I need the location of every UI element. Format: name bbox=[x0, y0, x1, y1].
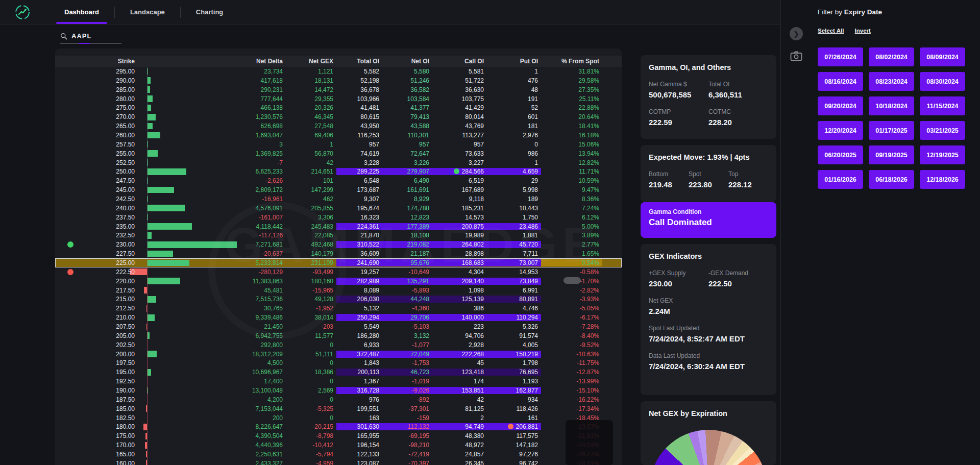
expiry-date-button[interactable]: 08/30/2024 bbox=[920, 72, 965, 91]
table-row[interactable]: 175.004,390,504-8,798165,955-69,19548,38… bbox=[55, 431, 622, 440]
table-row[interactable]: 252.50-7423,2283,2263,227112.82% bbox=[55, 158, 622, 167]
cell-total-oi: 1,367 bbox=[336, 378, 382, 385]
cell-net-delta: 777,644 bbox=[232, 95, 286, 103]
table-row[interactable]: 295.0023,7341,1215,5825,5805,581131.81% bbox=[55, 67, 622, 76]
column-header-strike[interactable]: Strike bbox=[61, 58, 138, 65]
expiry-date-button[interactable]: 08/02/2024 bbox=[869, 47, 914, 66]
column-header-net-gex[interactable]: Net GEX bbox=[286, 58, 336, 65]
expiry-date-button[interactable]: 08/09/2024 bbox=[920, 47, 965, 66]
cell-strike: 187.50 bbox=[61, 396, 138, 403]
table-row[interactable]: 210.009,339,48638,014250,29429,706140,00… bbox=[55, 313, 622, 322]
table-row[interactable]: 195.0010,696,96718,386200,11346,723123,4… bbox=[55, 368, 622, 377]
table-row[interactable]: 227.50-20,637140,17936,60921,18728,8987,… bbox=[55, 249, 622, 258]
expiry-date-button[interactable]: 01/16/2026 bbox=[818, 170, 863, 189]
app-logo-icon[interactable] bbox=[14, 4, 31, 20]
expiry-date-button[interactable]: 10/18/2024 bbox=[869, 96, 914, 115]
cell-net-delta: 3 bbox=[232, 141, 286, 148]
cell-net-delta: 7,153,044 bbox=[232, 405, 286, 412]
zero-baseline bbox=[147, 286, 148, 295]
table-row[interactable]: 222.50-280,129-93,49919,257-10,6494,3041… bbox=[55, 267, 622, 277]
table-row[interactable]: 280.00777,64429,355103,966103,584103,775… bbox=[55, 94, 622, 104]
table-row[interactable]: 247.50-2,6261016,5486,4906,5192910.59% bbox=[55, 176, 622, 185]
column-header--from-spot[interactable]: % From Spot bbox=[541, 58, 602, 65]
table-row[interactable]: 255.001,369,82556,87074,61972,64773,6339… bbox=[55, 149, 622, 158]
tab-dashboard[interactable]: Dashboard bbox=[49, 0, 114, 24]
expiry-date-button[interactable]: 11/15/2024 bbox=[920, 96, 965, 115]
table-row[interactable]: 257.5031957957957015.06% bbox=[55, 140, 622, 149]
table-row[interactable]: 290.00417,61818,13152,19851,24651,722476… bbox=[55, 76, 622, 85]
table-row[interactable]: 237.50-161,0073,30616,32312,82314,5731,7… bbox=[55, 213, 622, 222]
table-row[interactable]: 230.007,271,681492,468310,522219,082264,… bbox=[55, 240, 622, 249]
cell-total-oi: 36,678 bbox=[336, 86, 382, 93]
column-header-call-oi[interactable]: Call OI bbox=[432, 58, 487, 65]
table-row[interactable]: 215.007,515,73649,128206,03044,248125,13… bbox=[55, 295, 622, 304]
expiry-date-button[interactable]: 06/20/2025 bbox=[818, 145, 863, 164]
expiry-date-button[interactable]: 01/17/2025 bbox=[869, 121, 914, 140]
expiry-date-button[interactable]: 09/20/2024 bbox=[818, 96, 863, 115]
table-row[interactable]: 182.502000163-1592161-18.45% bbox=[55, 413, 622, 423]
cell-total-oi: 196,154 bbox=[336, 442, 382, 449]
table-row[interactable]: 170.004,440,396-10,412196,154-98,21048,9… bbox=[55, 440, 622, 450]
invert-link[interactable]: Invert bbox=[855, 28, 871, 34]
gex-indicator-label: Spot Last Updated bbox=[649, 325, 768, 332]
expiry-date-button[interactable]: 06/18/2026 bbox=[869, 170, 914, 189]
table-row[interactable]: 250.006,625,233214,651289,225279,907284,… bbox=[55, 167, 622, 176]
table-row[interactable]: 190.0013,100,0482,569316,728-9,026153,85… bbox=[55, 386, 622, 395]
column-header-total-oi[interactable]: Total OI bbox=[336, 58, 382, 65]
tab-charting[interactable]: Charting bbox=[181, 0, 238, 24]
expected-move-value: 219.48 bbox=[649, 180, 689, 189]
ticker-search[interactable]: AAPL bbox=[60, 29, 121, 44]
expiry-filter-sidebar: ❯ Filter by Expiry Date Select All Inver… bbox=[780, 0, 980, 465]
table-row[interactable]: 242.50-16,9614629,3078,9299,1181898.36% bbox=[55, 194, 622, 204]
column-header-put-oi[interactable]: Put OI bbox=[487, 58, 541, 65]
expiry-date-button[interactable]: 12/19/2025 bbox=[920, 145, 965, 164]
expiry-date-button[interactable]: 08/16/2024 bbox=[818, 72, 863, 91]
column-header-net-oi[interactable]: Net OI bbox=[382, 58, 432, 65]
table-row[interactable]: 180.008,226,647-20,215301,630-112,13294,… bbox=[55, 423, 622, 432]
column-header-net-delta[interactable]: Net Delta bbox=[232, 58, 286, 65]
expiry-date-button[interactable]: 09/19/2025 bbox=[869, 145, 914, 164]
expiry-date-button[interactable]: 08/23/2024 bbox=[869, 72, 914, 91]
table-row[interactable]: 270.001,230,57646,34580,61579,41380,0146… bbox=[55, 112, 622, 121]
table-row[interactable]: 240.004,576,091205,855195,674174,788185,… bbox=[55, 204, 622, 213]
collapse-panel-button[interactable]: ❯ bbox=[788, 26, 804, 42]
expiry-date-button[interactable]: 07/26/2024 bbox=[818, 47, 863, 66]
table-row[interactable]: 185.007,153,044-5,325199,551-37,30181,12… bbox=[55, 404, 622, 413]
cell-net-gex: 214,651 bbox=[286, 168, 336, 175]
table-row[interactable]: 205.006,942,75511,577186,2803,13294,7069… bbox=[55, 331, 622, 340]
cell-total-oi: 282,989 bbox=[336, 278, 382, 285]
table-row[interactable]: 265.00626,69827,54843,95043,58843,769181… bbox=[55, 121, 622, 131]
cell-net-oi: 18,108 bbox=[382, 232, 432, 239]
cell-net-delta: -20,637 bbox=[232, 250, 286, 257]
cell-net-gex: 27,548 bbox=[286, 123, 336, 130]
cell-gex-bar bbox=[138, 204, 232, 213]
expiry-date-button[interactable]: 12/20/2024 bbox=[818, 121, 863, 140]
scrollbar-thumb[interactable] bbox=[564, 277, 581, 284]
table-row[interactable]: 192.5017,40001,367-1,0191741,193-13.99% bbox=[55, 377, 622, 386]
expiry-date-button[interactable]: 12/18/2026 bbox=[920, 170, 965, 189]
table-row[interactable]: 235.004,118,442245,483224,361177,389200,… bbox=[55, 222, 622, 231]
table-row[interactable]: 225.005,233,814231,109241,69095,676168,6… bbox=[55, 258, 622, 267]
search-input[interactable]: AAPL bbox=[71, 32, 91, 40]
table-row[interactable]: 160.002,433,327-4,959123,087-70,39726,34… bbox=[55, 459, 622, 465]
table-row[interactable]: 207.5021,450-2035,549-5,1032235,326-7.28… bbox=[55, 322, 622, 331]
screenshot-button[interactable] bbox=[788, 48, 804, 64]
net-gex-bar bbox=[148, 205, 185, 211]
table-row[interactable]: 285.00290,23114,47236,67836,58236,630482… bbox=[55, 85, 622, 94]
table-row[interactable]: 275.00466,13820,32641,48141,37741,429522… bbox=[55, 103, 622, 112]
table-row[interactable]: 217.5045,481-15,9658,089-5,8931,0986,991… bbox=[55, 286, 622, 295]
expiry-date-button[interactable]: 03/21/2025 bbox=[920, 121, 965, 140]
cell-total-oi: 6,933 bbox=[336, 341, 382, 349]
table-row[interactable]: 202.50292,80006,933-1,0772,9284,005-9.52… bbox=[55, 340, 622, 350]
table-row[interactable]: 212.5030,765-1,9525,132-4,3603864,746-5.… bbox=[55, 304, 622, 313]
table-row[interactable]: 220.0011,383,863180,160282,989135,291209… bbox=[55, 277, 622, 286]
table-row[interactable]: 200.0018,312,20951,111372,48772,049222,2… bbox=[55, 350, 622, 359]
table-row[interactable]: 232.50-117,12622,08521,87018,10819,9891,… bbox=[55, 231, 622, 240]
table-row[interactable]: 245.002,809,172147,299173,687161,691167,… bbox=[55, 185, 622, 194]
table-row[interactable]: 197.504,50001,843-1,753451,798-11.75% bbox=[55, 359, 622, 368]
table-row[interactable]: 260.001,693,04769,406116,253110,301113,2… bbox=[55, 131, 622, 140]
select-all-link[interactable]: Select All bbox=[818, 28, 844, 34]
table-row[interactable]: 187.504,2000976-89242934-16.22% bbox=[55, 395, 622, 404]
table-row[interactable]: 165.002,250,631-5,794122,133-72,41924,85… bbox=[55, 450, 622, 459]
tab-landscape[interactable]: Landscape bbox=[115, 0, 180, 24]
